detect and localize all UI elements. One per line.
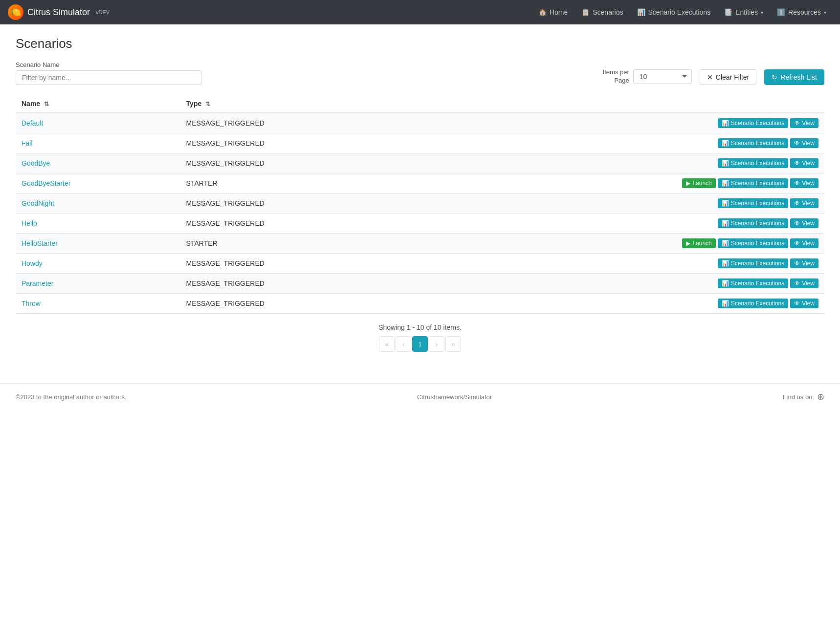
scenario-actions-cell: 📊 Scenario Executions👁 View [424, 214, 824, 234]
scenario-name-cell: Hello [16, 214, 180, 234]
brand-link[interactable]: 🍋 Citrus Simulator vDEV [8, 4, 110, 20]
scenario-executions-button[interactable]: 📊 Scenario Executions [718, 278, 788, 288]
view-icon: 👁 [794, 200, 800, 207]
view-button[interactable]: 👁 View [790, 258, 818, 268]
name-filter-input[interactable] [16, 70, 201, 85]
prev-page-btn[interactable]: ‹ [396, 336, 411, 352]
scenario-actions-cell: 📊 Scenario Executions👁 View [424, 153, 824, 173]
action-btn-group: 📊 Scenario Executions👁 View [430, 138, 818, 148]
nav-scenario-executions[interactable]: 📊 Scenario Executions [631, 4, 717, 20]
pagination-info: Showing 1 - 10 of 10 items. [16, 323, 824, 331]
items-per-page-select[interactable]: 10 25 50 100 [633, 69, 692, 84]
scenario-link[interactable]: Hello [22, 219, 37, 227]
items-per-page-label: Items perPage [603, 68, 629, 85]
executions-icon: 📊 [722, 240, 729, 247]
first-page-btn[interactable]: « [379, 336, 395, 352]
table-row: DefaultMESSAGE_TRIGGERED📊 Scenario Execu… [16, 113, 824, 133]
view-icon: 👁 [794, 140, 800, 147]
scenario-link[interactable]: Throw [22, 300, 41, 307]
table-row: ParameterMESSAGE_TRIGGERED📊 Scenario Exe… [16, 274, 824, 294]
view-icon: 👁 [794, 120, 800, 127]
scenario-executions-button[interactable]: 📊 Scenario Executions [718, 258, 788, 268]
view-icon: 👁 [794, 160, 800, 167]
app-version: vDEV [96, 9, 110, 15]
table-row: HowdyMESSAGE_TRIGGERED📊 Scenario Executi… [16, 254, 824, 274]
page-1-btn[interactable]: 1 [412, 336, 428, 352]
view-button[interactable]: 👁 View [790, 299, 818, 308]
view-icon: 👁 [794, 220, 800, 227]
launch-button[interactable]: ▶ Launch [682, 178, 715, 188]
scenario-name-cell: Howdy [16, 254, 180, 274]
scenario-link[interactable]: Default [22, 119, 43, 127]
scenario-actions-cell: 📊 Scenario Executions👁 View [424, 254, 824, 274]
executions-icon: 📊 [722, 140, 729, 147]
scenario-executions-button[interactable]: 📊 Scenario Executions [718, 158, 788, 168]
action-btn-group: 📊 Scenario Executions👁 View [430, 118, 818, 128]
scenario-link[interactable]: Fail [22, 139, 33, 147]
launch-button[interactable]: ▶ Launch [682, 238, 715, 248]
view-icon: 👁 [794, 260, 800, 267]
page-title: Scenarios [16, 36, 824, 51]
view-button[interactable]: 👁 View [790, 118, 818, 128]
refresh-list-button[interactable]: ↻ Refresh List [764, 69, 824, 85]
executions-icon: 📊 [722, 160, 729, 167]
col-name-header[interactable]: Name ⇅ [16, 95, 180, 113]
scenario-executions-button[interactable]: 📊 Scenario Executions [718, 178, 788, 188]
table-row: HelloMESSAGE_TRIGGERED📊 Scenario Executi… [16, 214, 824, 234]
action-btn-group: 📊 Scenario Executions👁 View [430, 198, 818, 208]
view-button[interactable]: 👁 View [790, 238, 818, 248]
scenario-actions-cell: 📊 Scenario Executions👁 View [424, 193, 824, 214]
scenario-executions-button[interactable]: 📊 Scenario Executions [718, 138, 788, 148]
executions-icon: 📊 [722, 300, 729, 307]
scenario-link[interactable]: Howdy [22, 259, 43, 267]
view-button[interactable]: 👁 View [790, 198, 818, 208]
action-btn-group: ▶ Launch📊 Scenario Executions👁 View [430, 238, 818, 248]
scenario-name-cell: GoodNight [16, 193, 180, 214]
name-filter-label: Scenario Name [16, 61, 201, 68]
clear-filter-icon: ✕ [707, 73, 713, 81]
executions-icon: 📊 [722, 220, 729, 227]
view-button[interactable]: 👁 View [790, 158, 818, 168]
scenario-executions-button[interactable]: 📊 Scenario Executions [718, 118, 788, 128]
scenario-actions-cell: 📊 Scenario Executions👁 View [424, 294, 824, 314]
view-button[interactable]: 👁 View [790, 218, 818, 228]
scenario-actions-cell: ▶ Launch📊 Scenario Executions👁 View [424, 173, 824, 193]
nav-entities[interactable]: 📑 Entities [718, 4, 769, 20]
footer-copyright: ©2023 to the original author or authors. [16, 393, 126, 401]
view-icon: 👁 [794, 240, 800, 247]
main-content: Scenarios Scenario Name Items perPage 10… [0, 24, 840, 364]
next-page-btn[interactable]: › [429, 336, 444, 352]
executions-icon: 📊 [637, 8, 645, 16]
scenario-name-cell: HelloStarter [16, 234, 180, 254]
executions-icon: 📊 [722, 120, 729, 127]
action-btn-group: 📊 Scenario Executions👁 View [430, 158, 818, 168]
table-row: GoodNightMESSAGE_TRIGGERED📊 Scenario Exe… [16, 193, 824, 214]
scenario-executions-button[interactable]: 📊 Scenario Executions [718, 238, 788, 248]
scenario-link[interactable]: GoodByeStarter [22, 179, 70, 187]
github-icon[interactable]: ⊛ [817, 391, 824, 402]
scenarios-table-container: Name ⇅ Type ⇅ DefaultMESSAGE_TRIGGERED📊 … [16, 95, 824, 314]
entities-icon: 📑 [724, 8, 732, 16]
scenario-executions-button[interactable]: 📊 Scenario Executions [718, 299, 788, 308]
clear-filter-button[interactable]: ✕ Clear Filter [700, 69, 756, 85]
view-button[interactable]: 👁 View [790, 138, 818, 148]
scenario-link[interactable]: Parameter [22, 279, 53, 287]
col-type-header[interactable]: Type ⇅ [180, 95, 424, 113]
view-button[interactable]: 👁 View [790, 278, 818, 288]
scenario-executions-button[interactable]: 📊 Scenario Executions [718, 198, 788, 208]
filter-section: Scenario Name Items perPage 10 25 50 100… [16, 61, 824, 85]
scenario-executions-button[interactable]: 📊 Scenario Executions [718, 218, 788, 228]
executions-icon: 📊 [722, 280, 729, 287]
nav-resources[interactable]: ℹ️ Resources [771, 4, 832, 20]
scenario-actions-cell: ▶ Launch📊 Scenario Executions👁 View [424, 234, 824, 254]
scenario-link[interactable]: GoodNight [22, 199, 54, 207]
nav-home[interactable]: 🏠 Home [532, 4, 574, 20]
refresh-icon: ↻ [772, 73, 777, 81]
scenario-link[interactable]: HelloStarter [22, 239, 58, 247]
scenario-type-cell: MESSAGE_TRIGGERED [180, 294, 424, 314]
nav-scenarios[interactable]: 📋 Scenarios [575, 4, 629, 20]
last-page-btn[interactable]: » [445, 336, 461, 352]
view-button[interactable]: 👁 View [790, 178, 818, 188]
scenario-link[interactable]: GoodBye [22, 159, 50, 167]
home-icon: 🏠 [538, 8, 547, 16]
